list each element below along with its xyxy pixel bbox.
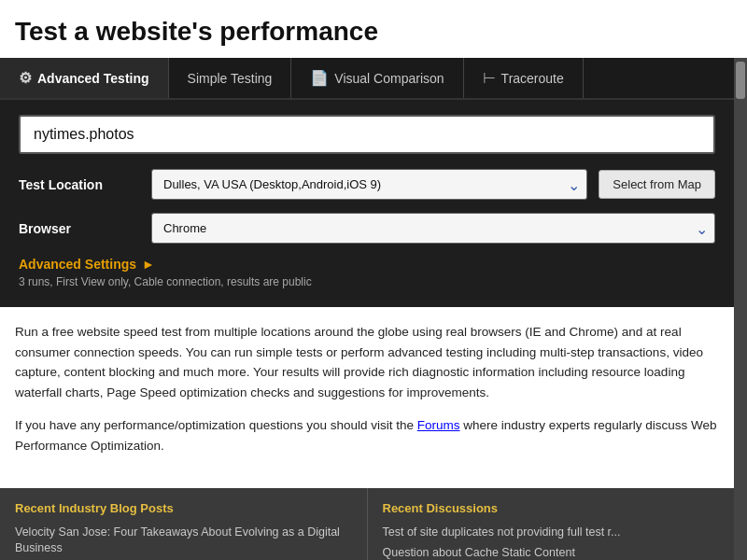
browser-label: Browser: [19, 221, 140, 236]
list-item: Question about Cache Static Content: [383, 545, 720, 560]
description-section: Run a free website speed test from multi…: [0, 307, 734, 481]
test-location-label: Test Location: [19, 177, 140, 192]
tab-simple[interactable]: Simple Testing: [169, 58, 292, 98]
advanced-settings-arrow-icon: ►: [142, 257, 155, 272]
test-location-row: Test Location Dulles, VA USA (Desktop,An…: [19, 169, 715, 200]
description-para1: Run a free website speed test from multi…: [15, 322, 719, 402]
tab-simple-label: Simple Testing: [188, 71, 273, 86]
list-item: Test of site duplicates not providing fu…: [383, 525, 720, 541]
page-title: Test a website's performance: [0, 0, 747, 58]
url-input-wrapper: [19, 115, 715, 154]
browser-select[interactable]: Chrome: [151, 213, 715, 244]
advanced-settings-row: Advanced Settings ►: [19, 257, 715, 272]
test-location-select-wrapper: Dulles, VA USA (Desktop,Android,iOS 9) ⌄: [151, 169, 587, 200]
bottom-panels: Recent Industry Blog Posts Velocity San …: [0, 488, 734, 560]
advanced-icon: ⚙: [19, 69, 32, 87]
url-input[interactable]: [19, 115, 715, 154]
discussions-title: Recent Discussions: [383, 501, 720, 515]
visual-icon: 📄: [310, 69, 329, 87]
discussions-col: Recent Discussions Test of site duplicat…: [368, 488, 735, 560]
tabs-bar: ⚙ Advanced Testing Simple Testing 📄 Visu…: [0, 58, 734, 100]
select-from-map-button[interactable]: Select from Map: [599, 170, 715, 199]
list-item: Velocity San Jose: Four Takeaways About …: [15, 525, 352, 557]
tab-visual-label: Visual Comparison: [334, 71, 444, 86]
test-location-select[interactable]: Dulles, VA USA (Desktop,Android,iOS 9): [151, 169, 587, 200]
traceroute-icon: ⊢: [483, 69, 496, 87]
blog-col: Recent Industry Blog Posts Velocity San …: [0, 488, 368, 560]
main-panel: Test Location Dulles, VA USA (Desktop,An…: [0, 100, 734, 307]
browser-select-wrapper: Chrome ⌄: [151, 213, 715, 244]
browser-row: Browser Chrome ⌄: [19, 213, 715, 244]
blog-title: Recent Industry Blog Posts: [15, 501, 352, 515]
description-para2-before: If you have any performance/optimization…: [15, 418, 417, 432]
tab-traceroute-label: Traceroute: [501, 71, 564, 86]
description-para2: If you have any performance/optimization…: [15, 415, 719, 455]
advanced-settings-link[interactable]: Advanced Settings: [19, 257, 136, 272]
tab-advanced[interactable]: ⚙ Advanced Testing: [0, 58, 169, 98]
tab-traceroute[interactable]: ⊢ Traceroute: [464, 58, 584, 98]
scrollbar-thumb[interactable]: [736, 62, 745, 99]
scrollbar[interactable]: [734, 58, 747, 560]
forums-link[interactable]: Forums: [417, 418, 460, 432]
tab-advanced-label: Advanced Testing: [37, 71, 149, 86]
settings-summary: 3 runs, First View only, Cable connectio…: [19, 275, 715, 288]
tab-visual[interactable]: 📄 Visual Comparison: [291, 58, 463, 98]
